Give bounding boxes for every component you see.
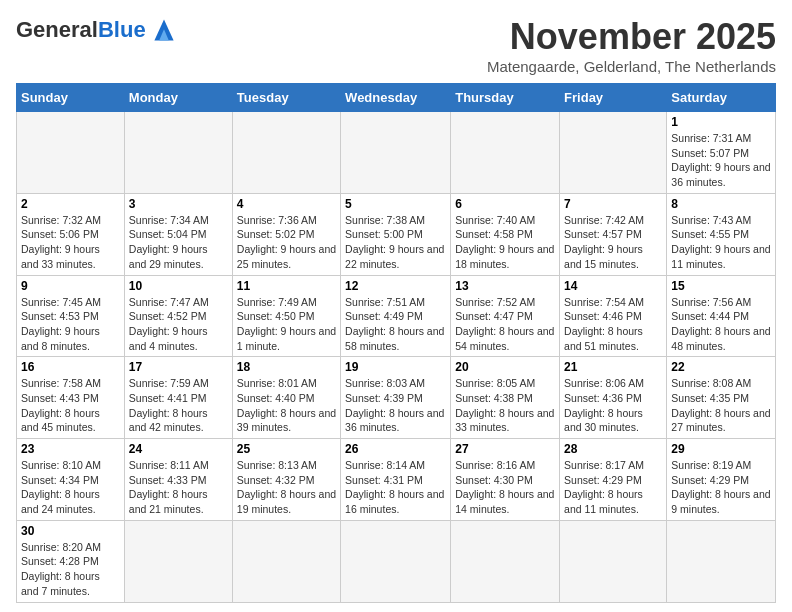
day-cell	[124, 520, 232, 602]
week-row-2: 9Sunrise: 7:45 AM Sunset: 4:53 PM Daylig…	[17, 275, 776, 357]
day-cell	[560, 520, 667, 602]
day-cell: 30Sunrise: 8:20 AM Sunset: 4:28 PM Dayli…	[17, 520, 125, 602]
calendar-header: SundayMondayTuesdayWednesdayThursdayFrid…	[17, 84, 776, 112]
day-info: Sunrise: 7:47 AM Sunset: 4:52 PM Dayligh…	[129, 295, 228, 354]
calendar-body: 1Sunrise: 7:31 AM Sunset: 5:07 PM Daylig…	[17, 112, 776, 603]
day-info: Sunrise: 8:11 AM Sunset: 4:33 PM Dayligh…	[129, 458, 228, 517]
header-cell-wednesday: Wednesday	[341, 84, 451, 112]
day-cell: 15Sunrise: 7:56 AM Sunset: 4:44 PM Dayli…	[667, 275, 776, 357]
day-info: Sunrise: 8:08 AM Sunset: 4:35 PM Dayligh…	[671, 376, 771, 435]
header: General Blue November 2025 Matengaarde, …	[16, 16, 776, 75]
day-info: Sunrise: 8:05 AM Sunset: 4:38 PM Dayligh…	[455, 376, 555, 435]
day-info: Sunrise: 8:20 AM Sunset: 4:28 PM Dayligh…	[21, 540, 120, 599]
day-cell: 13Sunrise: 7:52 AM Sunset: 4:47 PM Dayli…	[451, 275, 560, 357]
calendar-table: SundayMondayTuesdayWednesdayThursdayFrid…	[16, 83, 776, 603]
title-area: November 2025 Matengaarde, Gelderland, T…	[487, 16, 776, 75]
day-number: 28	[564, 442, 662, 456]
month-title: November 2025	[487, 16, 776, 58]
day-cell: 10Sunrise: 7:47 AM Sunset: 4:52 PM Dayli…	[124, 275, 232, 357]
header-cell-tuesday: Tuesday	[232, 84, 340, 112]
day-number: 15	[671, 279, 771, 293]
week-row-5: 30Sunrise: 8:20 AM Sunset: 4:28 PM Dayli…	[17, 520, 776, 602]
day-number: 3	[129, 197, 228, 211]
day-cell: 24Sunrise: 8:11 AM Sunset: 4:33 PM Dayli…	[124, 439, 232, 521]
day-cell: 9Sunrise: 7:45 AM Sunset: 4:53 PM Daylig…	[17, 275, 125, 357]
day-number: 14	[564, 279, 662, 293]
day-number: 21	[564, 360, 662, 374]
day-info: Sunrise: 8:17 AM Sunset: 4:29 PM Dayligh…	[564, 458, 662, 517]
day-number: 25	[237, 442, 336, 456]
day-cell: 7Sunrise: 7:42 AM Sunset: 4:57 PM Daylig…	[560, 193, 667, 275]
day-info: Sunrise: 7:58 AM Sunset: 4:43 PM Dayligh…	[21, 376, 120, 435]
day-number: 11	[237, 279, 336, 293]
day-info: Sunrise: 7:40 AM Sunset: 4:58 PM Dayligh…	[455, 213, 555, 272]
day-cell	[341, 112, 451, 194]
day-number: 20	[455, 360, 555, 374]
week-row-0: 1Sunrise: 7:31 AM Sunset: 5:07 PM Daylig…	[17, 112, 776, 194]
day-info: Sunrise: 7:42 AM Sunset: 4:57 PM Dayligh…	[564, 213, 662, 272]
day-cell: 23Sunrise: 8:10 AM Sunset: 4:34 PM Dayli…	[17, 439, 125, 521]
day-info: Sunrise: 7:32 AM Sunset: 5:06 PM Dayligh…	[21, 213, 120, 272]
day-info: Sunrise: 8:16 AM Sunset: 4:30 PM Dayligh…	[455, 458, 555, 517]
day-cell: 16Sunrise: 7:58 AM Sunset: 4:43 PM Dayli…	[17, 357, 125, 439]
logo-general: General	[16, 17, 98, 43]
day-number: 7	[564, 197, 662, 211]
day-cell: 25Sunrise: 8:13 AM Sunset: 4:32 PM Dayli…	[232, 439, 340, 521]
day-cell: 17Sunrise: 7:59 AM Sunset: 4:41 PM Dayli…	[124, 357, 232, 439]
day-cell: 18Sunrise: 8:01 AM Sunset: 4:40 PM Dayli…	[232, 357, 340, 439]
day-info: Sunrise: 7:45 AM Sunset: 4:53 PM Dayligh…	[21, 295, 120, 354]
day-cell: 14Sunrise: 7:54 AM Sunset: 4:46 PM Dayli…	[560, 275, 667, 357]
day-info: Sunrise: 8:01 AM Sunset: 4:40 PM Dayligh…	[237, 376, 336, 435]
day-info: Sunrise: 7:49 AM Sunset: 4:50 PM Dayligh…	[237, 295, 336, 354]
day-info: Sunrise: 7:38 AM Sunset: 5:00 PM Dayligh…	[345, 213, 446, 272]
day-cell: 29Sunrise: 8:19 AM Sunset: 4:29 PM Dayli…	[667, 439, 776, 521]
day-number: 5	[345, 197, 446, 211]
day-cell: 2Sunrise: 7:32 AM Sunset: 5:06 PM Daylig…	[17, 193, 125, 275]
day-number: 4	[237, 197, 336, 211]
day-number: 1	[671, 115, 771, 129]
day-cell	[17, 112, 125, 194]
day-info: Sunrise: 7:52 AM Sunset: 4:47 PM Dayligh…	[455, 295, 555, 354]
day-cell	[124, 112, 232, 194]
week-row-3: 16Sunrise: 7:58 AM Sunset: 4:43 PM Dayli…	[17, 357, 776, 439]
logo-blue: Blue	[98, 17, 146, 43]
day-number: 17	[129, 360, 228, 374]
header-cell-thursday: Thursday	[451, 84, 560, 112]
day-info: Sunrise: 7:54 AM Sunset: 4:46 PM Dayligh…	[564, 295, 662, 354]
day-info: Sunrise: 8:10 AM Sunset: 4:34 PM Dayligh…	[21, 458, 120, 517]
day-number: 8	[671, 197, 771, 211]
day-info: Sunrise: 8:13 AM Sunset: 4:32 PM Dayligh…	[237, 458, 336, 517]
day-cell	[667, 520, 776, 602]
day-cell: 26Sunrise: 8:14 AM Sunset: 4:31 PM Dayli…	[341, 439, 451, 521]
day-cell: 5Sunrise: 7:38 AM Sunset: 5:00 PM Daylig…	[341, 193, 451, 275]
day-cell	[232, 112, 340, 194]
day-number: 6	[455, 197, 555, 211]
day-cell: 27Sunrise: 8:16 AM Sunset: 4:30 PM Dayli…	[451, 439, 560, 521]
day-info: Sunrise: 8:19 AM Sunset: 4:29 PM Dayligh…	[671, 458, 771, 517]
day-number: 29	[671, 442, 771, 456]
week-row-1: 2Sunrise: 7:32 AM Sunset: 5:06 PM Daylig…	[17, 193, 776, 275]
day-info: Sunrise: 8:14 AM Sunset: 4:31 PM Dayligh…	[345, 458, 446, 517]
day-number: 27	[455, 442, 555, 456]
day-number: 24	[129, 442, 228, 456]
day-cell: 8Sunrise: 7:43 AM Sunset: 4:55 PM Daylig…	[667, 193, 776, 275]
day-cell	[232, 520, 340, 602]
day-cell: 21Sunrise: 8:06 AM Sunset: 4:36 PM Dayli…	[560, 357, 667, 439]
header-cell-sunday: Sunday	[17, 84, 125, 112]
day-number: 30	[21, 524, 120, 538]
day-cell: 6Sunrise: 7:40 AM Sunset: 4:58 PM Daylig…	[451, 193, 560, 275]
day-cell	[451, 112, 560, 194]
header-cell-friday: Friday	[560, 84, 667, 112]
day-number: 23	[21, 442, 120, 456]
day-info: Sunrise: 7:56 AM Sunset: 4:44 PM Dayligh…	[671, 295, 771, 354]
header-row: SundayMondayTuesdayWednesdayThursdayFrid…	[17, 84, 776, 112]
day-info: Sunrise: 7:51 AM Sunset: 4:49 PM Dayligh…	[345, 295, 446, 354]
day-number: 19	[345, 360, 446, 374]
logo-icon	[148, 16, 180, 44]
day-cell: 20Sunrise: 8:05 AM Sunset: 4:38 PM Dayli…	[451, 357, 560, 439]
day-number: 18	[237, 360, 336, 374]
day-number: 9	[21, 279, 120, 293]
header-cell-monday: Monday	[124, 84, 232, 112]
day-number: 16	[21, 360, 120, 374]
day-number: 2	[21, 197, 120, 211]
